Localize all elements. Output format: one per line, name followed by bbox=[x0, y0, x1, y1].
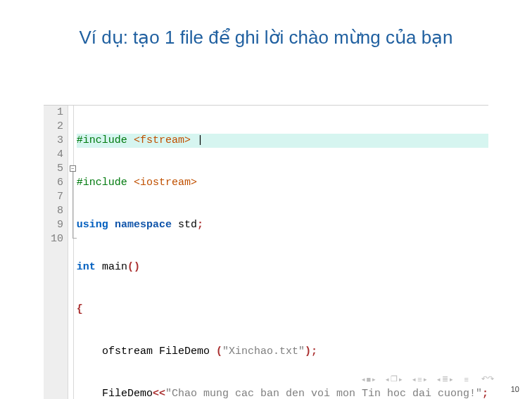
line-number: 1 bbox=[48, 106, 63, 120]
punct: () bbox=[127, 261, 140, 273]
punct: ; bbox=[197, 219, 203, 231]
fold-column: − bbox=[68, 106, 74, 399]
identifier: ofstream FileDemo bbox=[102, 346, 216, 357]
punct: ( bbox=[216, 346, 222, 357]
indent bbox=[77, 346, 102, 357]
nav-frame-icon: ≡ bbox=[417, 375, 422, 384]
nav-slide-icon: ≣ bbox=[442, 374, 448, 384]
nav-undo-group: ↶↷ bbox=[480, 374, 495, 384]
keyword: using bbox=[77, 219, 108, 231]
code-line: #include <fstream> | bbox=[77, 134, 488, 148]
line-number: 7 bbox=[48, 190, 63, 204]
code-line: ofstream FileDemo ("Xinchao.txt"); bbox=[77, 345, 488, 359]
string: "Chao mung cac ban den voi mon Tin hoc d… bbox=[165, 388, 482, 399]
preproc: #include bbox=[77, 177, 134, 189]
fold-end bbox=[72, 238, 77, 239]
fold-minus-icon: − bbox=[70, 165, 76, 172]
header: <iostream> bbox=[134, 177, 197, 189]
nav-extra-icon: ≡ bbox=[464, 375, 469, 384]
fold-line bbox=[72, 172, 73, 238]
slide-title: Ví dụ: tạo 1 file để ghi lời chào mừng c… bbox=[0, 0, 532, 63]
line-number: 3 bbox=[48, 134, 63, 148]
code-line: FileDemo<<"Chao mung cac ban den voi mon… bbox=[77, 387, 488, 399]
punct: ; bbox=[482, 388, 488, 399]
cursor: | bbox=[197, 134, 203, 146]
punct: { bbox=[77, 303, 83, 315]
line-number: 2 bbox=[48, 120, 63, 134]
line-number-gutter: 1 2 3 4 5 6 7 8 9 10 bbox=[44, 106, 68, 399]
page-number: 10 bbox=[511, 385, 519, 393]
line-number: 6 bbox=[48, 176, 63, 190]
code-area: #include <fstream> | #include <iostream>… bbox=[74, 106, 488, 399]
identifier: std bbox=[172, 219, 197, 231]
header: <fstream> bbox=[134, 134, 191, 146]
code-line: int main() bbox=[77, 260, 488, 274]
nav-section-group: ◂■▸ bbox=[362, 375, 376, 384]
code-block: 1 2 3 4 5 6 7 8 9 10 − #include <fstream… bbox=[44, 105, 488, 399]
keyword: namespace bbox=[115, 219, 172, 231]
code-line: using namespace std; bbox=[77, 218, 488, 232]
beamer-nav-bar: ◂■▸ ◂❐▸ ◂≡▸ ◂≣▸ ≡ ↶↷ bbox=[362, 374, 496, 384]
string: "Xinchao.txt" bbox=[222, 346, 305, 357]
nav-slide-group: ◂≣▸ bbox=[437, 374, 453, 384]
punct: ); bbox=[305, 346, 317, 357]
identifier: main bbox=[96, 261, 127, 273]
nav-section-icon: ■ bbox=[367, 375, 372, 384]
nav-subsection-group: ◂❐▸ bbox=[386, 374, 403, 384]
line-number: 4 bbox=[48, 148, 63, 162]
undo-redo-icon: ↶↷ bbox=[481, 374, 494, 384]
identifier: FileDemo bbox=[102, 388, 153, 399]
line-number: 10 bbox=[48, 232, 63, 246]
indent bbox=[77, 388, 102, 399]
nav-subsection-icon: ❐ bbox=[391, 374, 398, 384]
preproc: #include bbox=[77, 134, 134, 146]
nav-frame-group: ◂≡▸ bbox=[412, 375, 426, 384]
nav-extra-group: ≡ bbox=[463, 375, 470, 384]
operator: << bbox=[153, 388, 165, 399]
code-line: #include <iostream> bbox=[77, 176, 488, 190]
line-number: 8 bbox=[48, 204, 63, 218]
line-number: 9 bbox=[48, 218, 63, 232]
keyword: int bbox=[77, 261, 96, 273]
code-line: { bbox=[77, 303, 488, 317]
line-number: 5 bbox=[48, 162, 63, 176]
